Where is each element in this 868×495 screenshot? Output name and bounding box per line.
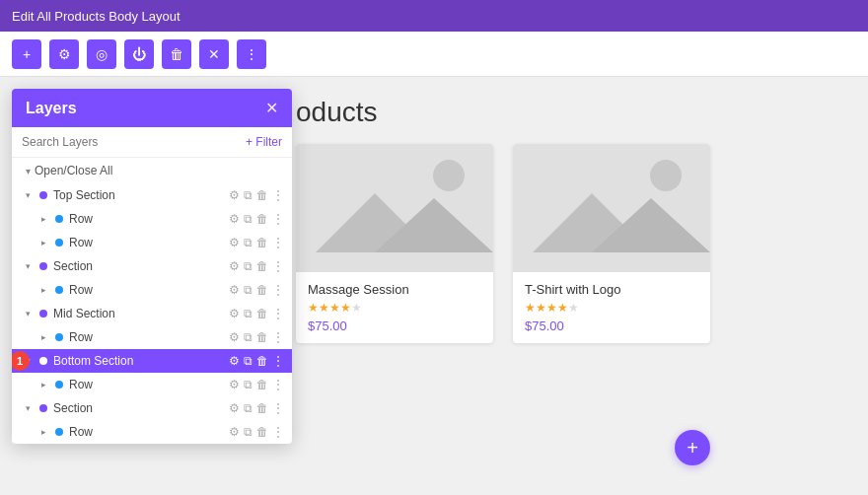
- trash-icon[interactable]: 🗑: [256, 188, 268, 202]
- toolbar: + ⚙ ◎ ⏻ 🗑 ✕ ⋮: [0, 32, 868, 77]
- more-icon[interactable]: ⋮: [272, 188, 284, 202]
- layer-actions: ⚙ ⧉ 🗑 ⋮: [229, 188, 284, 202]
- more-icon[interactable]: ⋮: [272, 236, 284, 249]
- duplicate-icon[interactable]: ⧉: [244, 188, 253, 202]
- chevron-down-icon: ▾: [26, 309, 39, 318]
- chevron-right-icon: ▸: [41, 427, 55, 437]
- duplicate-icon[interactable]: ⧉: [244, 401, 253, 415]
- layer-row-2[interactable]: ▸ Row ⚙ ⧉ 🗑 ⋮: [12, 231, 292, 254]
- chevron-right-icon: ▸: [41, 380, 55, 389]
- duplicate-icon[interactable]: ⧉: [244, 259, 253, 273]
- layer-actions: ⚙ ⧉ 🗑 ⋮: [229, 283, 284, 297]
- settings-icon[interactable]: ⚙: [229, 354, 240, 368]
- layers-header: Layers ✕: [12, 89, 292, 127]
- layer-section-1[interactable]: ▾ Section ⚙ ⧉ 🗑 ⋮: [12, 254, 292, 278]
- layer-actions: ⚙ ⧉ 🗑 ⋮: [229, 354, 284, 368]
- settings-icon[interactable]: ⚙: [229, 378, 240, 391]
- layer-name: Row: [69, 283, 229, 297]
- settings-icon[interactable]: ⚙: [229, 307, 240, 320]
- trash-icon[interactable]: 🗑: [256, 283, 268, 297]
- layer-actions: ⚙ ⧉ 🗑 ⋮: [229, 378, 284, 391]
- toolbar-circle-btn[interactable]: ◎: [87, 39, 116, 69]
- settings-icon[interactable]: ⚙: [229, 425, 240, 439]
- layer-name: Row: [69, 378, 229, 391]
- settings-icon[interactable]: ⚙: [229, 330, 240, 344]
- svg-point-3: [433, 160, 465, 191]
- top-bar-title: Edit All Products Body Layout: [12, 9, 181, 24]
- trash-icon[interactable]: 🗑: [256, 401, 268, 415]
- duplicate-icon[interactable]: ⧉: [244, 283, 253, 297]
- duplicate-icon[interactable]: ⧉: [244, 236, 253, 249]
- layer-actions: ⚙ ⧉ 🗑 ⋮: [229, 330, 284, 344]
- trash-icon[interactable]: 🗑: [256, 354, 268, 368]
- layer-row-6[interactable]: ▸ Row ⚙ ⧉ 🗑 ⋮: [12, 420, 292, 444]
- row-dot: [55, 333, 63, 341]
- more-icon[interactable]: ⋮: [272, 283, 284, 297]
- layer-name: Section: [53, 401, 229, 415]
- more-icon[interactable]: ⋮: [272, 259, 284, 273]
- layer-section-2[interactable]: ▾ Section ⚙ ⧉ 🗑 ⋮: [12, 396, 292, 420]
- toolbar-add-btn[interactable]: +: [12, 39, 41, 69]
- layer-name: Mid Section: [53, 307, 229, 320]
- settings-icon[interactable]: ⚙: [229, 259, 240, 273]
- more-icon[interactable]: ⋮: [272, 401, 284, 415]
- layers-search-input[interactable]: [22, 135, 240, 149]
- duplicate-icon[interactable]: ⧉: [244, 330, 253, 344]
- section-dot: [39, 357, 47, 365]
- trash-icon[interactable]: 🗑: [256, 212, 268, 226]
- settings-icon[interactable]: ⚙: [229, 188, 240, 202]
- trash-icon[interactable]: 🗑: [256, 330, 268, 344]
- toolbar-settings-btn[interactable]: ⚙: [49, 39, 79, 69]
- settings-icon[interactable]: ⚙: [229, 283, 240, 297]
- chevron-right-icon: ▸: [41, 332, 55, 342]
- more-icon[interactable]: ⋮: [272, 378, 284, 391]
- trash-icon[interactable]: 🗑: [256, 259, 268, 273]
- chevron-down-icon: ▾: [26, 403, 39, 413]
- row-dot: [55, 215, 63, 223]
- layer-mid-section[interactable]: ▾ Mid Section ⚙ ⧉ 🗑 ⋮: [12, 302, 292, 325]
- row-dot: [55, 239, 63, 247]
- more-icon[interactable]: ⋮: [272, 425, 284, 439]
- duplicate-icon[interactable]: ⧉: [244, 425, 253, 439]
- layer-name: Top Section: [53, 188, 229, 202]
- chevron-right-icon: ▸: [41, 238, 55, 248]
- layer-row-5[interactable]: ▸ Row ⚙ ⧉ 🗑 ⋮: [12, 373, 292, 396]
- filter-button[interactable]: + Filter: [246, 135, 282, 149]
- open-close-all[interactable]: ▾ Open/Close All: [12, 158, 292, 183]
- layer-top-section[interactable]: ▾ Top Section ⚙ ⧉ 🗑 ⋮: [12, 183, 292, 207]
- add-content-button[interactable]: +: [675, 430, 710, 465]
- trash-icon[interactable]: 🗑: [256, 236, 268, 249]
- duplicate-icon[interactable]: ⧉: [244, 354, 253, 368]
- toolbar-more-btn[interactable]: ⋮: [237, 39, 266, 69]
- chevron-icon: ▾: [26, 166, 31, 177]
- settings-icon[interactable]: ⚙: [229, 236, 240, 249]
- duplicate-icon[interactable]: ⧉: [244, 212, 253, 226]
- more-icon[interactable]: ⋮: [272, 354, 284, 368]
- layers-search-row: + Filter: [12, 127, 292, 158]
- layer-row-1[interactable]: ▸ Row ⚙ ⧉ 🗑 ⋮: [12, 207, 292, 231]
- toolbar-trash-btn[interactable]: 🗑: [162, 39, 191, 69]
- row-dot: [55, 428, 63, 436]
- toolbar-close-btn[interactable]: ✕: [199, 39, 229, 69]
- trash-icon[interactable]: 🗑: [256, 378, 268, 391]
- duplicate-icon[interactable]: ⧉: [244, 307, 253, 320]
- chevron-down-icon: ▾: [26, 190, 39, 200]
- layers-close-button[interactable]: ✕: [265, 99, 278, 117]
- layer-row-3[interactable]: ▸ Row ⚙ ⧉ 🗑 ⋮: [12, 278, 292, 302]
- more-icon[interactable]: ⋮: [272, 330, 284, 344]
- more-icon[interactable]: ⋮: [272, 307, 284, 320]
- layer-name: Row: [69, 236, 229, 249]
- layer-bottom-section[interactable]: 1 ▾ Bottom Section ⚙ ⧉ 🗑 ⋮: [12, 349, 292, 373]
- more-icon[interactable]: ⋮: [272, 212, 284, 226]
- product-name-1: Massage Session: [308, 282, 481, 297]
- trash-icon[interactable]: 🗑: [256, 307, 268, 320]
- settings-icon[interactable]: ⚙: [229, 401, 240, 415]
- product-card-1: Massage Session ★★★★★ $75.00: [296, 144, 493, 343]
- trash-icon[interactable]: 🗑: [256, 425, 268, 439]
- product-image-2: [513, 144, 710, 272]
- layer-name: Row: [69, 330, 229, 344]
- layer-row-4[interactable]: ▸ Row ⚙ ⧉ 🗑 ⋮: [12, 325, 292, 349]
- duplicate-icon[interactable]: ⧉: [244, 378, 253, 391]
- settings-icon[interactable]: ⚙: [229, 212, 240, 226]
- toolbar-power-btn[interactable]: ⏻: [124, 39, 154, 69]
